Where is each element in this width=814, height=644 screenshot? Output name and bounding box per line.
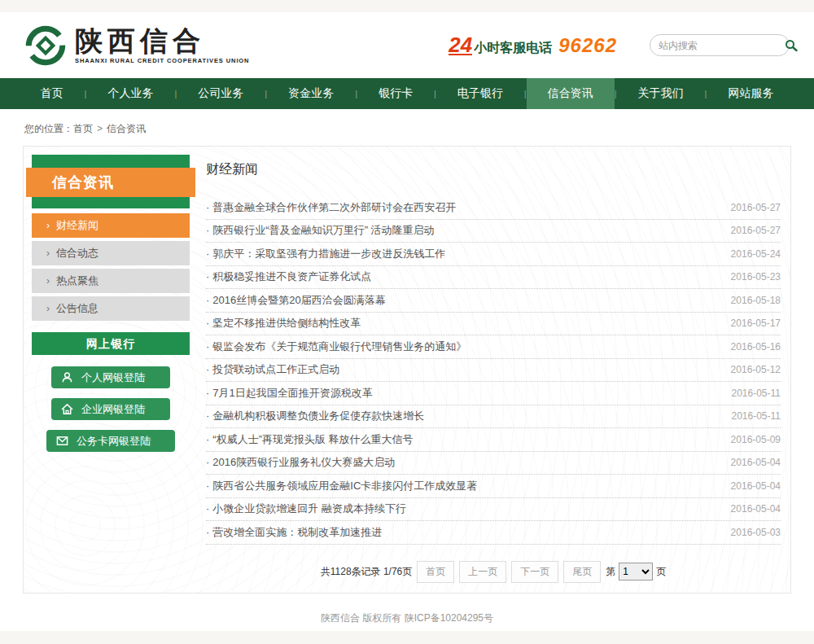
nav-link[interactable]: 网站服务 <box>707 78 794 109</box>
sidebar-menu-label: 公告信息 <box>56 301 98 316</box>
personal-ebank-login-button[interactable]: 个人网银登陆 <box>51 366 170 388</box>
nav-link[interactable]: 信合资讯 <box>527 78 615 109</box>
news-link[interactable]: 投贷联动试点工作正式启动 <box>206 362 339 377</box>
last-page-button[interactable]: 尾页 <box>563 561 601 583</box>
news-row: 2016丝博会暨第20届西洽会圆满落幕 2016-05-18 <box>206 289 781 313</box>
sidebar-menu-item: ›信合动态 <box>32 241 190 265</box>
news-link[interactable]: 营改增全面实施：税制改革加速推进 <box>206 525 382 540</box>
news-link[interactable]: 普惠金融全球合作伙伴第二次外部研讨会在西安召开 <box>206 200 456 215</box>
logo-emblem-icon <box>24 24 67 67</box>
next-page-button[interactable]: 下一页 <box>511 561 558 583</box>
copyright-text: 陕西信合 版权所有 陕ICP备10204295号 <box>321 612 493 624</box>
sidebar-menu-item: ›财经新闻 <box>32 213 190 238</box>
page-select-suffix: 页 <box>656 565 666 579</box>
sidebar-section-title: 信合资讯 <box>26 168 195 197</box>
corporate-ebank-label: 企业网银登陆 <box>81 402 145 417</box>
news-link[interactable]: 郭庆平：采取坚强有力措施进一步改进反洗钱工作 <box>206 247 445 261</box>
official-card-ebank-login-button[interactable]: 公务卡网银登陆 <box>46 430 175 452</box>
person-icon <box>61 371 73 383</box>
pagination-summary: 共1128条记录 1/76页 <box>321 565 413 579</box>
search-button[interactable] <box>785 39 798 52</box>
news-date: 2016-05-16 <box>731 341 781 353</box>
logo[interactable]: 陕西信合 SHAANXI RURAL CREDIT COOPERATIVES U… <box>24 24 249 67</box>
news-link[interactable]: 7月1日起我国全面推开资源税改革 <box>206 386 373 401</box>
sidebar-menu-link[interactable]: ›热点聚焦 <box>32 269 190 293</box>
nav-link[interactable]: 银行卡 <box>357 78 434 109</box>
nav-item: 电子银行 <box>436 78 527 109</box>
nav-item: 关于我们 <box>617 78 707 109</box>
news-list: 普惠金融全球合作伙伴第二次外部研讨会在西安召开 2016-05-27 陕西银行业… <box>206 196 781 545</box>
nav-link[interactable]: 公司业务 <box>177 78 265 109</box>
news-link[interactable]: 积极稳妥推进不良资产证券化试点 <box>206 269 371 284</box>
chevron-right-icon: › <box>46 221 50 230</box>
news-row: 投贷联动试点工作正式启动 2016-05-12 <box>206 359 781 383</box>
online-banking-panel: 网上银行 个人网银登陆 企业网银登陆 <box>32 332 190 465</box>
online-banking-buttons: 个人网银登陆 企业网银登陆 公务卡网银登陆 <box>32 355 190 465</box>
news-link[interactable]: 陕西省公共服务领域应用金融IC卡非接闪付工作成效显著 <box>206 479 477 493</box>
sidebar-menu-link[interactable]: ›公告信息 <box>32 296 190 321</box>
hotline: 24 小时客服电话 96262 <box>449 34 617 57</box>
nav-link[interactable]: 电子银行 <box>436 78 524 109</box>
sidebar-menu: ›财经新闻 ›信合动态 ›热点聚焦 ›公告信息 <box>32 213 190 321</box>
sidebar-menu-link[interactable]: ›信合动态 <box>32 241 190 265</box>
news-date: 2016-05-04 <box>731 503 781 515</box>
hotline-label: 小时客服电话 <box>474 40 552 57</box>
news-row: 小微企业贷款增速回升 融资成本持续下行 2016-05-04 <box>206 498 781 522</box>
nav-item: 网站服务 <box>707 78 794 109</box>
news-row: “权威人士”再现党报头版 释放什么重大信号 2016-05-09 <box>206 428 781 452</box>
breadcrumb-home-link[interactable]: 首页 <box>73 123 93 134</box>
nav-link[interactable]: 首页 <box>20 78 85 109</box>
news-row: 陕西省公共服务领域应用金融IC卡非接闪付工作成效显著 2016-05-04 <box>206 475 781 498</box>
news-link[interactable]: 金融机构积极调整负债业务促使存款快速增长 <box>206 409 424 423</box>
breadcrumb-separator: > <box>97 123 103 134</box>
content-area: 财经新闻 普惠金融全球合作伙伴第二次外部研讨会在西安召开 2016-05-27 … <box>206 155 782 585</box>
bottom-strip <box>0 631 814 644</box>
nav-item: 个人业务 <box>86 78 177 109</box>
news-row: 积极稳妥推进不良资产证券化试点 2016-05-23 <box>206 266 781 290</box>
sidebar-menu-item: ›热点聚焦 <box>32 269 190 293</box>
nav-item: 资金业务 <box>267 78 357 109</box>
news-row: 坚定不移推进供给侧结构性改革 2016-05-17 <box>206 313 781 336</box>
news-link[interactable]: “权威人士”再现党报头版 释放什么重大信号 <box>206 432 414 447</box>
nav-link[interactable]: 资金业务 <box>267 78 355 109</box>
sidebar-menu-link[interactable]: ›财经新闻 <box>32 213 190 238</box>
page-select[interactable]: 1 <box>619 563 653 580</box>
news-link[interactable]: 坚定不移推进供给侧结构性改革 <box>206 316 361 331</box>
news-link[interactable]: 2016陕西银行业服务礼仪大赛盛大启动 <box>206 455 395 470</box>
nav-link[interactable]: 关于我们 <box>617 78 705 109</box>
home-icon <box>61 403 73 415</box>
news-date: 2016-05-23 <box>731 271 781 283</box>
sidebar-section-header: 信合资讯 <box>32 155 190 208</box>
news-link[interactable]: 陕西银行业“普及金融知识万里行” 活动隆重启动 <box>206 223 435 238</box>
sidebar-menu-label: 热点聚焦 <box>56 274 98 288</box>
nav-list: 首页 个人业务 公司业务 资金业务 银行卡 电子银行 信合资讯 <box>0 78 814 109</box>
sidebar-menu-label: 信合动态 <box>56 246 98 261</box>
news-row: 金融机构积极调整负债业务促使存款快速增长 2016-05-11 <box>206 405 781 429</box>
search-input[interactable] <box>659 40 785 51</box>
search-icon <box>785 39 798 52</box>
sidebar-menu-item: ›公告信息 <box>32 296 190 321</box>
chevron-right-icon: › <box>46 276 50 286</box>
nav-link[interactable]: 个人业务 <box>86 78 174 109</box>
chevron-right-icon: › <box>46 248 50 258</box>
news-link[interactable]: 小微企业贷款增速回升 融资成本持续下行 <box>206 502 406 516</box>
news-row: 7月1日起我国全面推开资源税改革 2016-05-11 <box>206 382 781 405</box>
nav-item: 首页 <box>20 78 87 109</box>
logo-title: 陕西信合 <box>75 27 249 55</box>
news-date: 2016-05-11 <box>732 388 781 399</box>
breadcrumb-current-link[interactable]: 信合资讯 <box>107 123 146 134</box>
news-date: 2016-05-04 <box>731 480 781 492</box>
top-strip <box>0 0 814 12</box>
online-banking-title: 网上银行 <box>32 332 190 355</box>
news-row: 2016陕西银行业服务礼仪大赛盛大启动 2016-05-04 <box>206 452 781 475</box>
logo-subtitle: SHAANXI RURAL CREDIT COOPERATIVES UNION <box>75 57 249 64</box>
news-link[interactable]: 2016丝博会暨第20届西洽会圆满落幕 <box>206 293 386 308</box>
news-link[interactable]: 银监会发布《关于规范商业银行代理销售业务的通知》 <box>206 340 466 354</box>
corporate-ebank-login-button[interactable]: 企业网银登陆 <box>51 398 170 420</box>
page-title: 财经新闻 <box>206 161 781 178</box>
nav-item: 信合资讯 <box>527 78 617 109</box>
first-page-button[interactable]: 首页 <box>417 561 454 583</box>
news-date: 2016-05-03 <box>731 527 781 538</box>
prev-page-button[interactable]: 上一页 <box>459 561 506 583</box>
official-card-ebank-label: 公务卡网银登陆 <box>77 434 151 449</box>
